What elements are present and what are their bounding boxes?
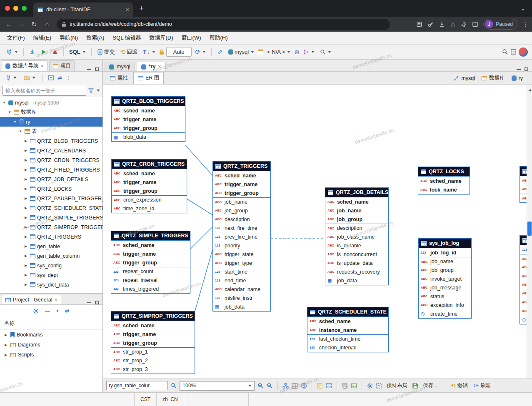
er-column[interactable]: 123misfire_instr	[213, 294, 270, 302]
commit-button[interactable]: 提交	[95, 47, 117, 57]
er-column[interactable]: 123start_time	[213, 267, 270, 276]
er-column[interactable]: 123priority	[213, 241, 270, 250]
tree-item-QRTZ_CALENDARS[interactable]: ▶QRTZ_CALENDARS	[0, 146, 102, 155]
tree-item-QRTZ_CRON_TRIGGERS[interactable]: ▶QRTZ_CRON_TRIGGERS	[0, 155, 102, 165]
chevron-down-icon[interactable]: ▼	[12, 120, 17, 124]
undo-button[interactable]: ⟲撤销	[449, 381, 469, 390]
home-button[interactable]: ⌂	[41, 20, 52, 28]
save-page-icon[interactable]	[416, 21, 422, 27]
close-window-button[interactable]	[5, 6, 10, 11]
tree-item-ry[interactable]: ▼ry	[0, 117, 102, 127]
er-column[interactable]: ▦job_data	[213, 302, 270, 311]
er-column[interactable]: 123last_checkin_time	[307, 334, 388, 343]
er-entity-header[interactable]: QRTZ_LOCKS	[418, 167, 470, 177]
zoom-select[interactable]: 100%	[180, 381, 255, 391]
er-column[interactable]: ABCtrigger_name	[213, 180, 270, 189]
rollback-button[interactable]: ⟲回滚	[119, 47, 140, 57]
context-database[interactable]: 数据库	[482, 75, 505, 82]
new-tab-button[interactable]: +	[139, 4, 144, 13]
er-column[interactable]: ABCtrigger_group	[213, 189, 270, 197]
chevron-right-icon[interactable]: ▶	[3, 343, 8, 347]
tab-project-general[interactable]: Project - General ×	[2, 295, 61, 304]
tree-item-QRTZ_FIRED_TRIGGERS[interactable]: ▶QRTZ_FIRED_TRIGGERS	[0, 165, 102, 174]
er-column[interactable]: ABCtrigger_state	[213, 250, 270, 259]
er-relation-line[interactable]	[185, 145, 212, 175]
context-connection[interactable]: mysql	[453, 75, 475, 81]
editor-tab-mysql[interactable]: mysql	[105, 62, 135, 71]
close-icon[interactable]: ×	[54, 297, 57, 303]
er-column[interactable]: ABCis_durable	[325, 241, 388, 250]
chevron-right-icon[interactable]: ▶	[23, 235, 28, 239]
project-item-bookmarks[interactable]: ▶Bookmarks	[0, 330, 102, 340]
er-column[interactable]: ABCtrigger_name	[112, 178, 187, 187]
filter-funnel-icon[interactable]	[88, 88, 94, 94]
minimize-view-icon[interactable]	[87, 302, 91, 303]
close-icon[interactable]: ×	[41, 63, 44, 69]
tree-item-QRTZ_SIMPROP_TRIGGERS[interactable]: ▶QRTZ_SIMPROP_TRIGGERS	[0, 222, 102, 232]
minimize-editor-icon[interactable]	[517, 69, 521, 70]
chevron-down-icon[interactable]: ▼	[2, 101, 7, 105]
sql-dialect-select[interactable]: SQL	[67, 47, 87, 56]
chevron-right-icon[interactable]: ▶	[23, 187, 28, 191]
er-column[interactable]: ABCis_update_data	[325, 259, 388, 267]
subtab-properties[interactable]: 属性	[105, 72, 132, 84]
er-column[interactable]: 123repeat_interval	[111, 276, 190, 284]
er-column[interactable]: ABCstr_prop_1	[111, 347, 195, 356]
er-column[interactable]: ABCjob_message	[419, 283, 471, 292]
er-column[interactable]: ABCjob_name	[325, 206, 388, 215]
tree-item-QRTZ_BLOB_TRIGGERS[interactable]: ▶QRTZ_BLOB_TRIGGERS	[0, 136, 102, 146]
er-column[interactable]: ABCtrigger_name	[111, 249, 190, 258]
minimize-window-button[interactable]	[13, 6, 18, 11]
project-item-scripts[interactable]: ▶Scripts	[0, 350, 102, 360]
bookmark-star-icon[interactable]: ☆	[450, 20, 456, 28]
transaction-mode-button[interactable]: T↓	[141, 47, 157, 56]
er-column[interactable]: ABCexception_info	[419, 301, 471, 309]
tab-database-navigator[interactable]: 数据库导航 ×	[2, 60, 47, 71]
search-tools-select[interactable]	[318, 48, 333, 56]
tab-projects[interactable]: 项目	[49, 60, 75, 71]
extensions-puzzle-icon[interactable]	[461, 21, 467, 27]
sql-editor-button[interactable]	[27, 47, 37, 56]
refresh-button[interactable]: ⟳刷新	[472, 381, 492, 390]
er-column[interactable]: ABCstr_prop_2	[111, 356, 195, 365]
chevron-right-icon[interactable]: ▶	[23, 216, 28, 219]
download-icon[interactable]	[439, 21, 445, 27]
er-entity-QRTZ_BLOB_TRIGGERS[interactable]: QRTZ_BLOB_TRIGGERSABCsched_nameABCtrigge…	[111, 96, 185, 142]
minimize-view-icon[interactable]	[87, 69, 91, 70]
chevron-right-icon[interactable]: ▶	[23, 264, 28, 267]
er-entity-header[interactable]: QRTZ_JOB_DETAILS	[325, 188, 388, 197]
vertical-scrollbar[interactable]: ◀	[527, 85, 532, 379]
print-icon[interactable]	[342, 383, 348, 389]
filter-caret[interactable]	[97, 90, 100, 92]
entity-presentation-icon[interactable]	[326, 383, 332, 389]
perspective-layout-icon[interactable]	[510, 49, 517, 55]
search-icon[interactable]	[171, 383, 177, 389]
maximize-view-icon[interactable]	[95, 301, 99, 304]
notes-icon[interactable]	[317, 383, 323, 389]
er-column[interactable]: ABCdescription	[325, 224, 388, 232]
zoom-in-icon[interactable]	[257, 383, 264, 389]
er-column[interactable]: ABCjob_group	[213, 206, 270, 215]
er-column[interactable]: ABCtrigger_type	[213, 259, 270, 267]
export-image-icon[interactable]	[351, 383, 357, 389]
tree-item-QRTZ_JOB_DETAILS[interactable]: ▶QRTZ_JOB_DETAILS	[0, 174, 102, 184]
er-column[interactable]: 123job_log_id	[419, 248, 471, 257]
scrollbar-thumb[interactable]	[527, 222, 532, 236]
er-column[interactable]: ABCtime_zone_id	[112, 204, 187, 213]
menu-item[interactable]: 窗口(W)	[178, 32, 205, 43]
address-bar[interactable]: try.titanide.cn/ide/web/coding/db-client…	[57, 19, 390, 30]
er-relation-line[interactable]	[195, 250, 212, 311]
er-column[interactable]: ABCtrigger_group	[111, 339, 195, 347]
tab-list-chevron-icon[interactable]: ⌄	[520, 5, 525, 12]
side-panel-icon[interactable]	[472, 21, 478, 27]
er-column[interactable]: ABCtrigger_group	[112, 187, 187, 195]
er-column[interactable]: ABCcron_expression	[112, 195, 187, 204]
er-column[interactable]: ABClock_name	[418, 185, 470, 194]
chevron-right-icon[interactable]: ▶	[23, 206, 28, 210]
back-button[interactable]: ←	[3, 20, 15, 28]
link-with-editor-icon[interactable]: ⇄	[57, 75, 62, 81]
tree-item-mysql[interactable]: ▼mysql - mysql:3306	[0, 98, 102, 107]
toggle-grid-icon[interactable]	[292, 383, 298, 389]
tree-item-QRTZ_TRIGGERS[interactable]: ▶QRTZ_TRIGGERS	[0, 232, 102, 242]
branch-select[interactable]	[302, 48, 316, 56]
